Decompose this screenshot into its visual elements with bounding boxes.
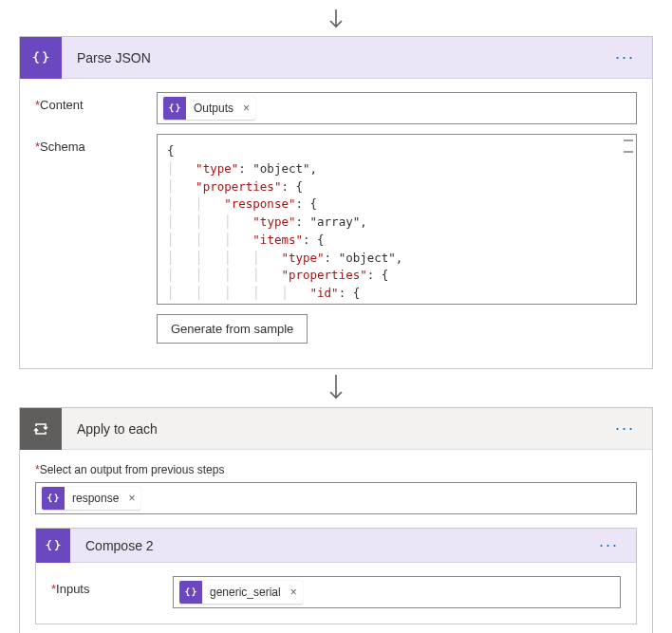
apply-to-each-body: *Select an output from previous steps re… [20, 450, 652, 633]
compose-2-title: Compose 2 [70, 538, 595, 553]
response-token[interactable]: response × [42, 487, 140, 510]
generic-serial-token[interactable]: generic_serial × [179, 581, 303, 604]
inputs-label: *Inputs [51, 576, 173, 596]
code-braces-icon [163, 97, 186, 120]
scrollbar-icon [624, 140, 633, 153]
compose-2-card: Compose 2 ··· *Inputs generic_serial [35, 528, 637, 624]
code-braces-icon [20, 37, 62, 79]
generic-serial-token-label: generic_serial [202, 586, 289, 599]
compose-2-menu-button[interactable]: ··· [595, 531, 623, 559]
content-input[interactable]: Outputs × [157, 92, 637, 124]
parse-json-card: Parse JSON ··· *Content Outputs × *Schem… [19, 36, 653, 369]
apply-to-each-title: Apply to each [62, 421, 611, 437]
connector-arrow [19, 9, 653, 32]
response-token-remove[interactable]: × [126, 492, 140, 505]
code-braces-icon [36, 529, 70, 563]
inputs-input[interactable]: generic_serial × [173, 576, 621, 608]
parse-json-body: *Content Outputs × *Schema { │ "type" [20, 79, 652, 368]
outputs-token-remove[interactable]: × [241, 102, 255, 115]
generic-serial-token-remove[interactable]: × [289, 586, 303, 599]
apply-to-each-header[interactable]: Apply to each ··· [20, 408, 652, 450]
code-braces-icon [179, 581, 202, 604]
compose-2-body: *Inputs generic_serial × [36, 563, 636, 624]
outputs-token[interactable]: Outputs × [163, 97, 255, 120]
content-label: *Content [35, 92, 157, 112]
connector-arrow [19, 375, 653, 403]
compose-2-header[interactable]: Compose 2 ··· [36, 529, 636, 563]
generate-from-sample-button[interactable]: Generate from sample [157, 314, 308, 344]
parse-json-header[interactable]: Parse JSON ··· [20, 37, 652, 79]
select-output-input[interactable]: response × [35, 482, 637, 514]
response-token-label: response [65, 492, 126, 505]
select-output-label: *Select an output from previous steps [35, 463, 637, 476]
outputs-token-label: Outputs [186, 102, 241, 115]
loop-icon [20, 408, 62, 450]
schema-textarea[interactable]: { │ "type": "object", │ "properties": { … [157, 134, 637, 305]
parse-json-title: Parse JSON [62, 50, 611, 65]
apply-to-each-card: Apply to each ··· *Select an output from… [19, 407, 653, 633]
code-braces-icon [42, 487, 65, 510]
apply-to-each-menu-button[interactable]: ··· [611, 415, 639, 442]
parse-json-menu-button[interactable]: ··· [611, 44, 639, 71]
schema-label: *Schema [35, 134, 157, 154]
